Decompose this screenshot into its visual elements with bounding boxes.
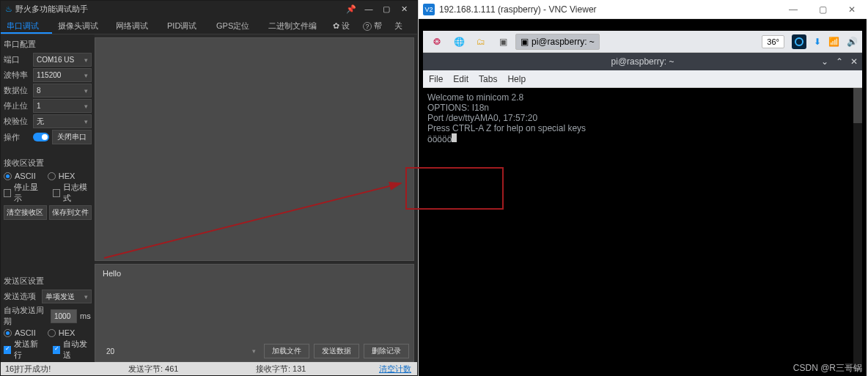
receive-area (95, 37, 414, 261)
recv-ascii-radio[interactable] (4, 172, 12, 180)
parity-select[interactable]: 无▾ (33, 114, 92, 128)
terminal-content[interactable]: Welcome to minicom 2.8 OPTIONS: I18n Por… (423, 88, 862, 372)
menu-edit[interactable]: Edit (453, 74, 468, 84)
help-icon: ? (363, 22, 372, 31)
tab-serial[interactable]: 串口调试助手 (1, 17, 52, 34)
close-btn-left[interactable]: ✕ (395, 1, 413, 17)
help-button[interactable]: ? 帮助 (357, 17, 389, 34)
send-hex-radio[interactable] (48, 329, 56, 337)
chevron-down-icon: ▾ (84, 56, 88, 64)
serial-config-heading: 串口配置 (4, 39, 92, 50)
clear-count-link[interactable]: 清空计数 (379, 364, 411, 375)
vnc-tray-icon[interactable] (792, 34, 806, 49)
settings-button[interactable]: ✿ 设置 (327, 17, 357, 34)
status-recv: 接收字节: 131 (251, 364, 310, 375)
save-file-button[interactable]: 保存到文件 (49, 205, 92, 220)
pi-taskbar: ❂ 🌐 🗂 ▣ ▣ pi@raspberry: ~ 36° ⬇ 📶 🔊 (423, 31, 862, 53)
serial-debug-app: ♨ 野火多功能调试助手 📌 — ▢ ✕ 串口调试助手 摄像头调试助手 网络调试助… (0, 0, 418, 376)
menu-file[interactable]: File (429, 74, 443, 84)
pause-check[interactable] (4, 189, 11, 197)
files-icon[interactable]: 🗂 (471, 34, 490, 50)
terminal-icon[interactable]: ▣ (493, 34, 512, 50)
speaker-icon[interactable]: 🔊 (847, 37, 858, 47)
left-sidebar: 串口配置 端口COM16 US▾ 波特率115200▾ 数据位8▾ 停止位1▾ … (1, 34, 95, 362)
term-min-icon[interactable]: ⌄ (821, 56, 828, 67)
send-text-input[interactable]: Hello (103, 269, 409, 344)
minimize-btn-right[interactable]: — (779, 0, 808, 19)
vnc-viewer-app: V2 192.168.1.111 (raspberry) - VNC Viewe… (418, 0, 867, 376)
vnc-logo-icon: V2 (423, 4, 435, 15)
port-select[interactable]: COM16 US▾ (33, 53, 92, 67)
send-option-select[interactable]: 单项发送▾ (42, 290, 92, 303)
flame-icon: ♨ (5, 4, 12, 14)
clear-recv-button[interactable]: 清空接收区 (4, 205, 47, 220)
delete-record-button[interactable]: 删除记录 (364, 344, 409, 358)
term-close-icon[interactable]: ✕ (850, 56, 858, 67)
history-select[interactable]: 20▾ (103, 344, 260, 358)
menu-tabs[interactable]: Tabs (479, 74, 497, 84)
updates-icon[interactable]: ⬇ (814, 37, 821, 47)
close-btn-right[interactable]: ✕ (837, 0, 867, 19)
status-sent: 发送字节: 461 (124, 364, 183, 375)
terminal-titlebar: pi@raspberry: ~ ⌄ ⌃ ✕ (423, 53, 862, 70)
auto-period-label: 自动发送周期 (4, 305, 48, 327)
tab-camera[interactable]: 摄像头调试助手 (52, 17, 110, 34)
raspberry-icon[interactable]: ❂ (427, 34, 446, 50)
tab-hex[interactable]: 二进制文件编辑器 (262, 17, 327, 34)
tab-network[interactable]: 网络调试助手 (110, 17, 161, 34)
menu-help[interactable]: Help (507, 74, 526, 84)
tab-gps[interactable]: GPS定位功能 (210, 17, 262, 34)
csdn-watermark: CSDN @R三哥锅 (793, 362, 862, 375)
left-statusbar: 16]打开成功! 发送字节: 461 接收字节: 131 清空计数 (1, 362, 417, 375)
about-button[interactable]: 关于... (389, 17, 417, 34)
taskbar-window-terminal[interactable]: ▣ pi@raspberry: ~ (515, 34, 600, 50)
terminal-cursor (452, 133, 457, 142)
left-titlebar: ♨ 野火多功能调试助手 📌 — ▢ ✕ (1, 1, 417, 17)
terminal-window: pi@raspberry: ~ ⌄ ⌃ ✕ File Edit Tabs Hel… (423, 53, 862, 372)
temperature-badge: 36° (762, 35, 784, 48)
svg-point-0 (795, 38, 803, 45)
load-file-button[interactable]: 加载文件 (264, 344, 309, 358)
terminal-scrollbar[interactable] (853, 88, 862, 372)
stopbits-select[interactable]: 1▾ (33, 99, 92, 113)
left-topnav: 串口调试助手 摄像头调试助手 网络调试助手 PID调试助手 GPS定位功能 二进… (1, 17, 417, 34)
log-check[interactable] (53, 189, 60, 197)
wifi-icon[interactable]: 📶 (828, 37, 839, 47)
send-panel: Hello 20▾ 加载文件 发送数据 删除记录 (95, 264, 414, 362)
send-ascii-radio[interactable] (4, 329, 12, 337)
maximize-btn-left[interactable]: ▢ (378, 1, 395, 17)
minimize-btn-left[interactable]: — (360, 1, 378, 17)
period-input[interactable]: 1000 (51, 309, 77, 323)
auto-send-check[interactable] (53, 346, 60, 354)
baud-select[interactable]: 115200▾ (33, 68, 92, 82)
terminal-small-icon: ▣ (521, 37, 529, 47)
left-title: 野火多功能调试助手 (15, 4, 88, 15)
status-open: 16]打开成功! (1, 364, 55, 375)
terminal-menubar: File Edit Tabs Help (423, 70, 862, 88)
op-toggle[interactable] (33, 133, 49, 141)
recv-hex-radio[interactable] (48, 172, 56, 180)
gear-icon: ✿ (333, 21, 339, 30)
close-serial-button[interactable]: 关闭串口 (52, 130, 92, 144)
newline-check[interactable] (4, 346, 11, 354)
pin-icon[interactable]: 📌 (342, 1, 360, 17)
databits-select[interactable]: 8▾ (33, 84, 92, 97)
vnc-titlebar: V2 192.168.1.111 (raspberry) - VNC Viewe… (419, 0, 867, 19)
maximize-btn-right[interactable]: ▢ (808, 0, 837, 19)
tab-pid[interactable]: PID调试助手 (161, 17, 210, 34)
term-max-icon[interactable]: ⌃ (836, 56, 843, 67)
send-data-button[interactable]: 发送数据 (314, 344, 359, 358)
remote-desktop: ❂ 🌐 🗂 ▣ ▣ pi@raspberry: ~ 36° ⬇ 📶 🔊 pi@r… (423, 31, 862, 372)
vnc-title-text: 192.168.1.111 (raspberry) - VNC Viewer (439, 4, 597, 15)
send-config-heading: 发送区设置 (4, 276, 92, 287)
globe-icon[interactable]: 🌐 (449, 34, 468, 50)
recv-config-heading: 接收区设置 (4, 158, 92, 169)
